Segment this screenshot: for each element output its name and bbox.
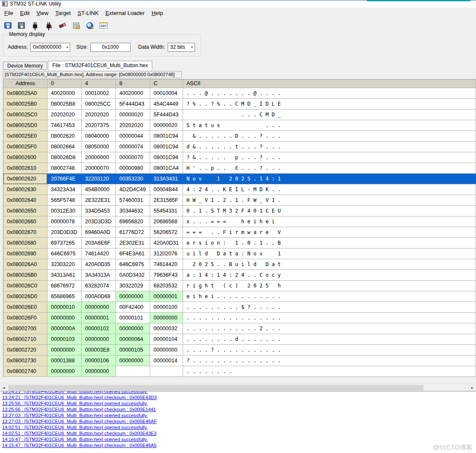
memory-value-cell[interactable]: 69656820: [116, 216, 150, 227]
memory-value-cell[interactable]: 00000020: [116, 110, 150, 120]
memory-value-cell[interactable]: 69737265: [47, 238, 82, 249]
memory-value-cell[interactable]: 2E31565F: [150, 195, 183, 206]
address-cell[interactable]: 0x08002730: [3, 355, 47, 366]
address-cell[interactable]: 0x08002710: [3, 334, 47, 345]
memory-value-cell[interactable]: 00000000: [116, 323, 150, 334]
memory-value-cell[interactable]: 00000100: [150, 302, 183, 313]
memory-value-cell[interactable]: 32203120: [82, 174, 116, 184]
address-cell[interactable]: 0x080025B0: [3, 99, 47, 110]
memory-value-cell[interactable]: 00000010: [47, 302, 82, 313]
open-file-button[interactable]: [2, 20, 14, 31]
memory-value-cell[interactable]: 00000000: [47, 313, 82, 323]
address-cell[interactable]: 0x08002640: [3, 195, 47, 206]
scrollbar-track[interactable]: [7, 384, 469, 391]
address-cell[interactable]: 0x08002700: [3, 323, 47, 334]
memory-value-cell[interactable]: 00000980: [116, 163, 150, 174]
address-cell[interactable]: 0x08002660: [3, 216, 47, 227]
memory-value-cell[interactable]: 00000000: [47, 366, 82, 377]
memory-value-cell[interactable]: 080025CC: [82, 99, 116, 110]
memory-value-cell[interactable]: 00000032: [150, 323, 183, 334]
memory-value-cell[interactable]: 203D3D3D: [82, 216, 116, 227]
disconnect-button[interactable]: [43, 20, 55, 31]
address-cell[interactable]: 0x08002680: [3, 238, 47, 249]
memory-value-cell[interactable]: 5F444D43: [150, 110, 183, 120]
memory-value-cell[interactable]: 00000001: [150, 291, 183, 302]
menu-st-link[interactable]: ST-LINK: [74, 9, 102, 18]
address-cell[interactable]: 0x08002610: [3, 163, 47, 174]
memory-value-cell[interactable]: 55454331: [150, 206, 183, 216]
memory-value-cell[interactable]: 565F5748: [47, 195, 82, 206]
memory-value-cell[interactable]: 00000000: [47, 345, 82, 355]
memory-value-cell[interactable]: 68203532: [150, 281, 183, 291]
address-cell[interactable]: 0x08002670: [3, 227, 47, 238]
scroll-left-button[interactable]: ◄: [0, 384, 7, 391]
memory-value-cell[interactable]: 00000000: [82, 334, 116, 345]
memory-value-cell[interactable]: 74614420: [150, 259, 183, 270]
memory-value-cell[interactable]: 00000000: [116, 291, 150, 302]
memory-value-cell[interactable]: 40020000: [47, 88, 82, 99]
memory-value-cell[interactable]: 68676972: [47, 281, 82, 291]
memory-value-cell[interactable]: 454C4449: [150, 99, 183, 110]
address-cell[interactable]: 0x080025E0: [3, 131, 47, 142]
memory-value-cell[interactable]: 00000000: [82, 366, 116, 377]
memory-value-cell[interactable]: 40020000: [116, 88, 150, 99]
erase-chip-button[interactable]: [56, 20, 68, 31]
memory-value-cell[interactable]: 34323A34: [47, 184, 82, 195]
memory-value-cell[interactable]: 57460031: [116, 195, 150, 206]
memory-value-cell[interactable]: 2E302E31: [116, 238, 150, 249]
address-cell[interactable]: 0x08002690: [3, 249, 47, 259]
memory-value-cell[interactable]: 20202020: [47, 110, 82, 120]
program-verify-button[interactable]: [70, 20, 82, 31]
memory-value-cell[interactable]: 00000102: [82, 323, 116, 334]
memory-value-cell[interactable]: 61776D72: [116, 227, 150, 238]
address-cell[interactable]: 0x08002630: [3, 184, 47, 195]
size-input[interactable]: 0x1000: [90, 43, 130, 52]
memory-value-cell[interactable]: 74614420: [82, 249, 116, 259]
menu-edit[interactable]: Edit: [17, 9, 33, 18]
memory-value-cell[interactable]: 74617453: [47, 120, 82, 131]
address-cell[interactable]: 0x080026A0: [3, 259, 47, 270]
horizontal-scrollbar[interactable]: ◄ ►: [0, 384, 476, 391]
memory-value-cell[interactable]: 00000044: [116, 131, 150, 142]
menu-help[interactable]: Help: [148, 9, 166, 18]
memory-value-cell[interactable]: 00000000: [150, 345, 183, 355]
data-width-combobox[interactable]: 32 bits ▾: [168, 43, 195, 52]
memory-value-cell[interactable]: 000003E8: [82, 345, 116, 355]
address-cell[interactable]: 0x08002600: [3, 152, 47, 163]
address-cell[interactable]: 0x080026E0: [3, 302, 47, 313]
memory-value-cell[interactable]: 20202020: [82, 110, 116, 120]
memory-value-cell[interactable]: 00004B44: [150, 184, 183, 195]
memory-value-cell[interactable]: 20000000: [82, 152, 116, 163]
memory-value-cell[interactable]: 30322029: [116, 281, 150, 291]
memory-value-cell[interactable]: 454B0000: [82, 184, 116, 195]
memory-value-cell[interactable]: 080025B8: [47, 99, 82, 110]
memory-value-cell[interactable]: 00F42400: [116, 302, 150, 313]
memory-value-cell[interactable]: 63282074: [82, 281, 116, 291]
memory-value-cell[interactable]: 00010002: [82, 88, 116, 99]
address-cell[interactable]: 0x080025C0: [3, 110, 47, 120]
memory-value-cell[interactable]: 08002620: [47, 131, 82, 142]
memory-value-cell[interactable]: 00000104: [150, 334, 183, 345]
menu-view[interactable]: View: [33, 9, 52, 18]
memory-value-cell[interactable]: 334D5453: [82, 206, 116, 216]
memory-value-cell[interactable]: 646C6975: [116, 259, 150, 270]
memory-value-cell[interactable]: 08001C94: [150, 152, 183, 163]
tab-file-hex[interactable]: File : STM32F401CEU6_Multi_Button.hex: [48, 61, 152, 70]
memory-value-cell[interactable]: 203A6E6F: [82, 238, 116, 249]
memory-value-cell[interactable]: 08040000: [82, 131, 116, 142]
memory-value-cell[interactable]: 32303220: [47, 259, 82, 270]
address-cell[interactable]: 0x080025D0: [3, 120, 47, 131]
menu-external-loader[interactable]: External Loader: [102, 9, 148, 18]
menu-file[interactable]: File: [1, 9, 17, 18]
memory-value-cell[interactable]: 20000070: [82, 163, 116, 174]
memory-value-cell[interactable]: 000A0D69: [82, 291, 116, 302]
target-settings-button[interactable]: [84, 20, 96, 31]
memory-value-cell[interactable]: 20766F4E: [47, 174, 82, 184]
memory-value-cell[interactable]: 00353230: [116, 174, 150, 184]
menu-target[interactable]: Target: [52, 9, 74, 18]
memory-value-cell[interactable]: 3A34313A: [82, 270, 116, 281]
memory-value-cell[interactable]: 08002664: [47, 142, 82, 152]
address-cell[interactable]: 0x080026B0: [3, 270, 47, 281]
memory-value-cell[interactable]: 00000000: [82, 302, 116, 313]
address-cell[interactable]: 0x08002720: [3, 345, 47, 355]
